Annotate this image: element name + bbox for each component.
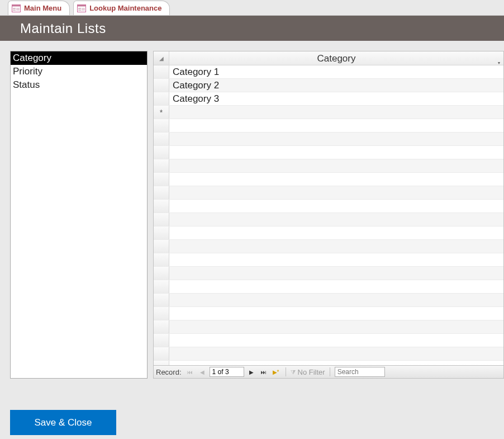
form-icon xyxy=(12,4,21,13)
page-title-bar: Maintain Lists xyxy=(0,16,504,41)
svg-rect-1 xyxy=(12,4,21,6)
new-record-row[interactable]: * xyxy=(154,106,503,119)
grid-body: Category 1 Category 2 Category 3 * xyxy=(154,65,503,365)
grid-cell[interactable]: Category 2 xyxy=(169,79,490,92)
prev-record-button[interactable]: ◀ xyxy=(197,367,207,377)
svg-rect-7 xyxy=(78,8,81,9)
datasheet-panel: ◢ Category ▾ Category 1 Category 2 Categ xyxy=(153,51,504,379)
tab-lookup-maintenance[interactable]: Lookup Maintenance xyxy=(73,1,170,15)
grid-cell[interactable] xyxy=(169,106,490,119)
filter-icon: ⧩ xyxy=(291,369,296,376)
row-selector[interactable] xyxy=(154,79,169,92)
table-row[interactable]: Category 2 xyxy=(154,79,503,92)
form-icon xyxy=(77,4,86,13)
first-record-button[interactable]: ⏮ xyxy=(185,367,195,377)
select-all-corner[interactable]: ◢ xyxy=(154,51,169,65)
new-record-button[interactable]: ▶* xyxy=(271,367,281,377)
footer: Save & Close xyxy=(0,379,504,435)
table-row[interactable]: Category 1 xyxy=(154,65,503,79)
table-row[interactable]: Category 3 xyxy=(154,92,503,106)
datasheet-grid[interactable]: ◢ Category ▾ Category 1 Category 2 Categ xyxy=(153,51,504,365)
search-input[interactable] xyxy=(335,367,385,377)
svg-rect-4 xyxy=(16,8,20,11)
list-item-category[interactable]: Category xyxy=(11,51,147,65)
grid-cell[interactable]: Category 1 xyxy=(169,65,490,78)
tab-label: Main Menu xyxy=(24,4,61,12)
column-header-label: Category xyxy=(317,53,356,64)
svg-rect-2 xyxy=(13,8,16,9)
lookup-list: Category Priority Status xyxy=(10,51,148,379)
record-position-input[interactable] xyxy=(210,367,244,377)
page-title: Maintain Lists xyxy=(20,21,106,36)
filter-label: No Filter xyxy=(298,368,325,376)
svg-rect-6 xyxy=(78,4,86,6)
column-header-category[interactable]: Category ▾ xyxy=(169,51,503,65)
svg-rect-3 xyxy=(13,10,16,11)
tab-bar: Main Menu Lookup Maintenance xyxy=(0,0,504,16)
svg-rect-8 xyxy=(78,10,81,11)
save-close-button[interactable]: Save & Close xyxy=(10,410,116,435)
tab-label: Lookup Maintenance xyxy=(89,4,161,12)
content-area: Category Priority Status ◢ Category ▾ Ca… xyxy=(0,41,504,379)
grid-cell[interactable]: Category 3 xyxy=(169,92,490,105)
last-record-button[interactable]: ⏭ xyxy=(259,367,269,377)
new-record-marker: * xyxy=(154,106,169,119)
list-item-priority[interactable]: Priority xyxy=(11,65,147,78)
filter-status[interactable]: ⧩ No Filter xyxy=(291,368,325,376)
next-record-button[interactable]: ▶ xyxy=(246,367,256,377)
record-label: Record: xyxy=(156,368,182,376)
tab-main-menu[interactable]: Main Menu xyxy=(8,1,70,15)
row-selector[interactable] xyxy=(154,65,169,78)
svg-rect-9 xyxy=(82,8,85,11)
list-item-status[interactable]: Status xyxy=(11,78,147,92)
row-selector[interactable] xyxy=(154,92,169,105)
grid-header-row: ◢ Category ▾ xyxy=(154,51,503,65)
record-navigator: Record: ⏮ ◀ ▶ ⏭ ▶* ⧩ No Filter xyxy=(153,365,504,379)
